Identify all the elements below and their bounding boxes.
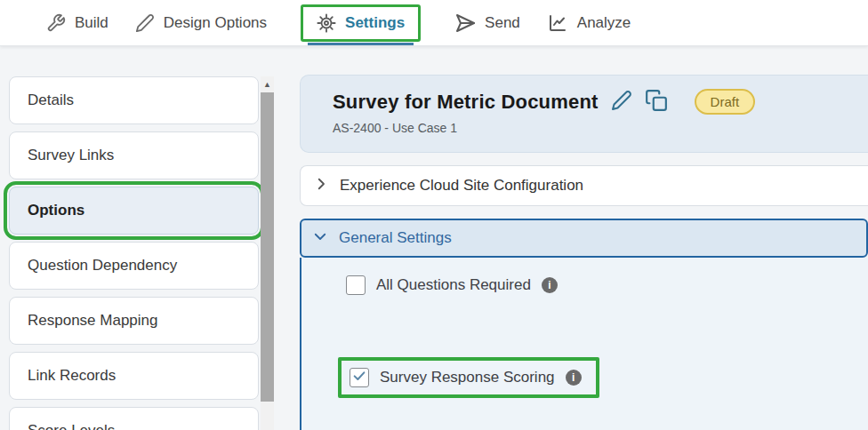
active-tab-underline [308, 43, 414, 45]
info-icon[interactable]: i [542, 277, 558, 293]
scrollbar-up-arrow-icon[interactable]: ▲ [261, 76, 274, 92]
tab-send[interactable]: Send [454, 12, 520, 34]
wrench-icon [46, 13, 66, 33]
sidebar-item-survey-links[interactable]: Survey Links [9, 131, 259, 179]
edit-pencil-icon [611, 90, 632, 114]
annotation-highlight: Survey Response Scoring i [338, 357, 599, 398]
page-title: Survey for Metric Document [333, 91, 599, 114]
section-experience-cloud-label: Experience Cloud Site Configuration [340, 177, 583, 195]
main-content: Survey for Metric Document Draft AS-2400… [300, 75, 868, 430]
tab-settings-label: Settings [345, 14, 405, 32]
general-settings-label: General Settings [339, 229, 452, 247]
sidebar-item-score-levels[interactable]: Score Levels [9, 407, 259, 430]
checkmark-icon [352, 369, 366, 386]
sidebar-item-options[interactable]: Options [9, 187, 259, 235]
general-settings-body: All Questions Required i Survey Response… [300, 258, 868, 430]
gear-icon [317, 13, 336, 33]
general-settings-header[interactable]: General Settings [300, 219, 868, 258]
tab-analyze-label: Analyze [577, 14, 631, 32]
paintbrush-icon [135, 13, 155, 33]
sidebar-item-response-mapping[interactable]: Response Mapping [9, 297, 259, 345]
tab-settings[interactable]: Settings [301, 4, 421, 42]
copy-button[interactable] [645, 89, 668, 115]
sidebar-item-link-records[interactable]: Link Records [9, 352, 259, 400]
info-icon[interactable]: i [566, 370, 582, 386]
top-nav: Build Design Options [0, 0, 868, 46]
send-icon [454, 12, 476, 34]
chevron-right-icon [313, 176, 329, 196]
tab-send-label: Send [485, 14, 520, 32]
sidebar-item-question-dependency[interactable]: Question Dependency [9, 242, 259, 290]
sidebar-item-details[interactable]: Details [9, 76, 259, 124]
option-survey-response-scoring: Survey Response Scoring i [350, 368, 582, 387]
tab-design-options-label: Design Options [164, 14, 267, 32]
chevron-down-icon [312, 228, 328, 249]
copy-icon [645, 89, 668, 115]
status-badge: Draft [695, 89, 756, 115]
edit-title-button[interactable] [611, 90, 632, 114]
tab-analyze[interactable]: Analyze [547, 12, 631, 34]
option-all-questions-required: All Questions Required i [346, 275, 868, 295]
tab-build-label: Build [75, 14, 108, 32]
sidebar-scrollbar[interactable]: ▲ [261, 76, 274, 430]
scrollbar-thumb[interactable] [261, 92, 274, 402]
survey-response-scoring-checkbox[interactable] [350, 368, 369, 387]
analyze-chart-icon [547, 12, 568, 34]
survey-header-card: Survey for Metric Document Draft AS-2400… [300, 75, 868, 153]
all-questions-required-checkbox[interactable] [346, 275, 366, 295]
all-questions-required-label: All Questions Required [376, 276, 531, 294]
survey-response-scoring-label: Survey Response Scoring [380, 369, 555, 386]
section-experience-cloud[interactable]: Experience Cloud Site Configuration [300, 165, 868, 206]
settings-sidebar: Details Survey Links Options Question De… [9, 76, 259, 430]
survey-subtitle: AS-2400 - Use Case 1 [333, 121, 868, 135]
section-general-settings: General Settings All Questions Required … [300, 219, 868, 430]
tab-design-options[interactable]: Design Options [135, 13, 267, 33]
tab-build[interactable]: Build [46, 13, 108, 33]
